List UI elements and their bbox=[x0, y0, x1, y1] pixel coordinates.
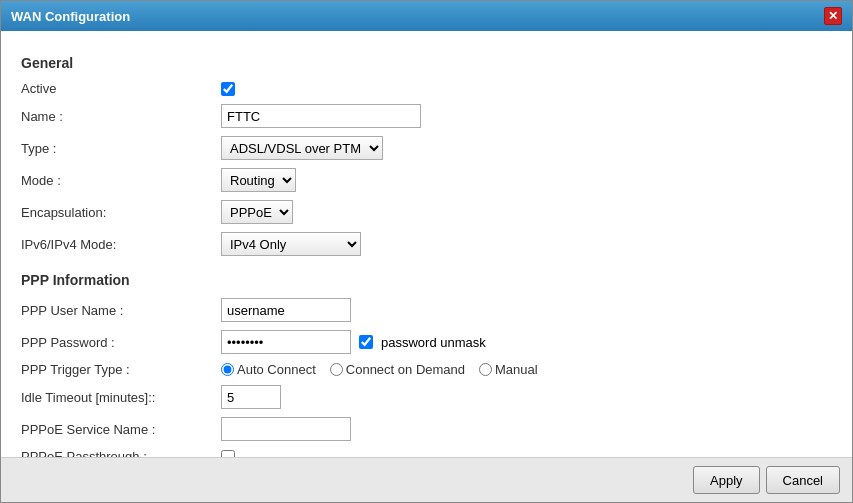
mode-select[interactable]: Routing Bridge bbox=[221, 168, 296, 192]
service-label: PPPoE Service Name : bbox=[21, 422, 221, 437]
type-row: Type : ADSL/VDSL over PTM ADSL/VDSL over… bbox=[21, 136, 832, 160]
encap-label: Encapsulation: bbox=[21, 205, 221, 220]
type-select[interactable]: ADSL/VDSL over PTM ADSL/VDSL over ATM bbox=[221, 136, 383, 160]
name-label: Name : bbox=[21, 109, 221, 124]
passthrough-checkbox[interactable] bbox=[221, 450, 235, 458]
trigger-manual-label: Manual bbox=[495, 362, 538, 377]
passthrough-row: PPPoE Passthrough : bbox=[21, 449, 832, 457]
trigger-control: Auto Connect Connect on Demand Manual bbox=[221, 362, 548, 377]
name-row: Name : bbox=[21, 104, 832, 128]
general-section-title: General bbox=[21, 55, 832, 71]
dialog-content: General Active Name : Type : ADSL/VDSL o… bbox=[1, 31, 852, 457]
encap-select[interactable]: PPPoE IPoE bbox=[221, 200, 293, 224]
mode-row: Mode : Routing Bridge bbox=[21, 168, 832, 192]
username-row: PPP User Name : bbox=[21, 298, 832, 322]
ipv6-select[interactable]: IPv4 Only IPv6 Only IPv4/IPv6 bbox=[221, 232, 361, 256]
mode-label: Mode : bbox=[21, 173, 221, 188]
trigger-row: PPP Trigger Type : Auto Connect Connect … bbox=[21, 362, 832, 377]
trigger-auto-label: Auto Connect bbox=[237, 362, 316, 377]
encap-row: Encapsulation: PPPoE IPoE bbox=[21, 200, 832, 224]
dialog-title: WAN Configuration bbox=[11, 9, 130, 24]
cancel-button[interactable]: Cancel bbox=[766, 466, 840, 494]
password-unmask-checkbox[interactable] bbox=[359, 335, 373, 349]
password-control: password unmask bbox=[221, 330, 486, 354]
type-control: ADSL/VDSL over PTM ADSL/VDSL over ATM bbox=[221, 136, 383, 160]
type-label: Type : bbox=[21, 141, 221, 156]
dialog-footer: Apply Cancel bbox=[1, 457, 852, 502]
password-row: PPP Password : password unmask bbox=[21, 330, 832, 354]
apply-button[interactable]: Apply bbox=[693, 466, 760, 494]
name-control bbox=[221, 104, 421, 128]
mode-control: Routing Bridge bbox=[221, 168, 296, 192]
trigger-auto-option[interactable]: Auto Connect bbox=[221, 362, 316, 377]
active-checkbox[interactable] bbox=[221, 82, 235, 96]
service-input[interactable] bbox=[221, 417, 351, 441]
active-control bbox=[221, 82, 235, 96]
passthrough-control bbox=[221, 450, 235, 458]
active-row: Active bbox=[21, 81, 832, 96]
active-label: Active bbox=[21, 81, 221, 96]
idle-input[interactable] bbox=[221, 385, 281, 409]
service-row: PPPoE Service Name : bbox=[21, 417, 832, 441]
service-control bbox=[221, 417, 351, 441]
trigger-demand-radio[interactable] bbox=[330, 363, 343, 376]
encap-control: PPPoE IPoE bbox=[221, 200, 293, 224]
trigger-label: PPP Trigger Type : bbox=[21, 362, 221, 377]
trigger-manual-option[interactable]: Manual bbox=[479, 362, 538, 377]
ppp-section: PPP Information PPP User Name : PPP Pass… bbox=[21, 272, 832, 457]
trigger-auto-radio[interactable] bbox=[221, 363, 234, 376]
idle-row: Idle Timeout [minutes]:: bbox=[21, 385, 832, 409]
passthrough-label: PPPoE Passthrough : bbox=[21, 449, 221, 457]
username-control bbox=[221, 298, 351, 322]
idle-control bbox=[221, 385, 281, 409]
wan-config-dialog: WAN Configuration ✕ General Active Name … bbox=[0, 0, 853, 503]
idle-label: Idle Timeout [minutes]:: bbox=[21, 390, 221, 405]
ppp-section-title: PPP Information bbox=[21, 272, 832, 288]
trigger-manual-radio[interactable] bbox=[479, 363, 492, 376]
username-input[interactable] bbox=[221, 298, 351, 322]
username-label: PPP User Name : bbox=[21, 303, 221, 318]
close-button[interactable]: ✕ bbox=[824, 7, 842, 25]
name-input[interactable] bbox=[221, 104, 421, 128]
trigger-demand-option[interactable]: Connect on Demand bbox=[330, 362, 465, 377]
password-input[interactable] bbox=[221, 330, 351, 354]
ipv6-control: IPv4 Only IPv6 Only IPv4/IPv6 bbox=[221, 232, 361, 256]
title-bar: WAN Configuration ✕ bbox=[1, 1, 852, 31]
ipv6-row: IPv6/IPv4 Mode: IPv4 Only IPv6 Only IPv4… bbox=[21, 232, 832, 256]
password-label: PPP Password : bbox=[21, 335, 221, 350]
ipv6-label: IPv6/IPv4 Mode: bbox=[21, 237, 221, 252]
trigger-demand-label: Connect on Demand bbox=[346, 362, 465, 377]
password-unmask-label: password unmask bbox=[381, 335, 486, 350]
